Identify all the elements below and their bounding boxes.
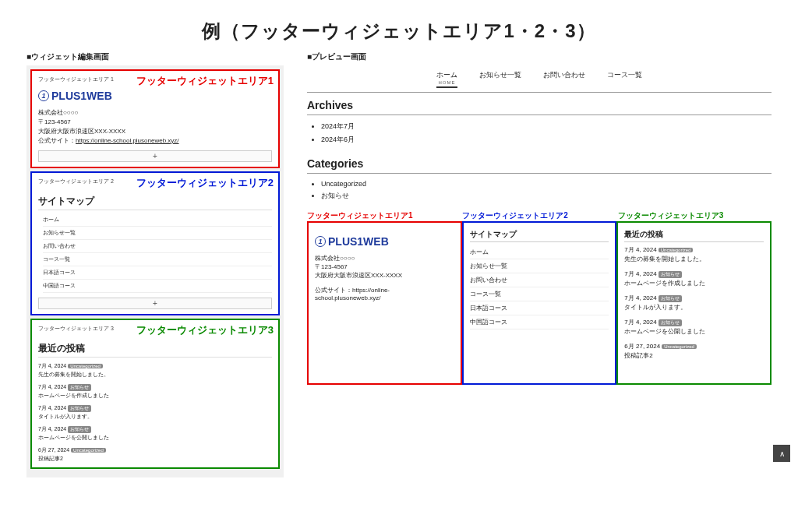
- list-item[interactable]: 7月 4, 2024お知らせホームページを作成しました: [38, 383, 272, 400]
- area3-label: フッターウィジェットエリア3: [136, 323, 274, 337]
- footer-area-2: サイトマップ ホーム お知らせ一覧 お問い合わせ コース一覧 日本語コース 中国…: [462, 221, 617, 385]
- archives-heading: Archives: [307, 99, 772, 115]
- list-item[interactable]: 7月 4, 2024お知らせタイトルが入ります。: [38, 404, 272, 421]
- list-item[interactable]: お知らせ一覧: [470, 259, 609, 273]
- list-item[interactable]: お問い合わせ: [470, 273, 609, 287]
- list-item[interactable]: 7月 4, 2024Uncategorized先生の募集を開始しました。: [38, 362, 272, 379]
- site-link[interactable]: https://online-school.plusoneweb.xyz/: [76, 137, 179, 144]
- preview-panel: ホームHOME お知らせ一覧 お問い合わせ コース一覧 Archives 202…: [307, 65, 772, 385]
- list-item[interactable]: 6月 27, 2024Uncategorized投稿記事2: [38, 446, 272, 463]
- list-item[interactable]: 6月 27, 2024Uncategorized投稿記事2: [624, 342, 764, 360]
- nav: ホームHOME お知らせ一覧 お問い合わせ コース一覧: [307, 65, 772, 90]
- list-item[interactable]: お問い合わせ: [43, 240, 272, 253]
- area1-label: フッターウィジェットエリア1: [136, 74, 274, 88]
- editor-panel: フッターウィジェットエリア 1 フッターウィジェットエリア1 1PLUS1WEB…: [26, 65, 284, 477]
- footer-row: 1PLUS1WEB 株式会社○○○○ 〒123-4567 大阪府大阪市浪速区XX…: [307, 221, 772, 385]
- footer-area-3: 最近の投稿 7月 4, 2024Uncategorized先生の募集を開始しまし…: [616, 221, 772, 385]
- nav-contact[interactable]: お問い合わせ: [543, 70, 585, 88]
- list-item[interactable]: 日本語コース: [43, 266, 272, 280]
- categories-list: Uncategorized お知らせ: [307, 174, 772, 210]
- widget-area-3: フッターウィジェットエリア 3 フッターウィジェットエリア3 最近の投稿 7月 …: [31, 319, 279, 468]
- list-item[interactable]: ホーム: [43, 213, 272, 227]
- left-section-label: ■ウィジェット編集画面: [26, 51, 284, 62]
- page-title: 例（フッターウィジェットエリア1・2・3）: [0, 0, 798, 51]
- list-item[interactable]: 2024年6月: [321, 135, 772, 145]
- add-block-button[interactable]: +: [38, 150, 272, 162]
- recent-posts: 7月 4, 2024Uncategorized先生の募集を開始しました。 7月 …: [38, 362, 272, 463]
- list-item[interactable]: 2024年7月: [321, 122, 772, 132]
- list-item[interactable]: 7月 4, 2024お知らせホームページを公開しました: [624, 318, 764, 336]
- list-item[interactable]: 中国語コース: [43, 280, 272, 293]
- footer-area-1: 1PLUS1WEB 株式会社○○○○ 〒123-4567 大阪府大阪市浪速区XX…: [307, 221, 462, 385]
- list-item[interactable]: コース一覧: [470, 287, 609, 301]
- list-item[interactable]: お知らせ一覧: [43, 227, 272, 240]
- widget-area-1: フッターウィジェットエリア 1 フッターウィジェットエリア1 1PLUS1WEB…: [31, 70, 279, 167]
- nav-news[interactable]: お知らせ一覧: [479, 70, 521, 88]
- archives-list: 2024年7月 2024年6月: [307, 115, 772, 154]
- sitemap-title: サイトマップ: [38, 193, 272, 210]
- list-item[interactable]: 7月 4, 2024お知らせホームページを公開しました: [38, 425, 272, 442]
- company-info: 株式会社○○○○ 〒123-4567 大阪府大阪市浪速区XXX-XXXX 公式サ…: [38, 108, 272, 146]
- list-item[interactable]: コース一覧: [43, 253, 272, 266]
- add-block-button[interactable]: +: [38, 298, 272, 309]
- logo-icon: 1: [315, 236, 326, 247]
- list-item[interactable]: Uncategorized: [321, 180, 772, 188]
- scroll-top-button[interactable]: ∧: [773, 445, 790, 462]
- footer-labels: フッターウィジェットエリア1 フッターウィジェットエリア2 フッターウィジェット…: [307, 210, 772, 221]
- nav-home[interactable]: ホームHOME: [436, 70, 457, 88]
- list-item[interactable]: 日本語コース: [470, 301, 609, 315]
- recent-posts-title: 最近の投稿: [38, 340, 272, 358]
- right-section-label: ■プレビュー画面: [307, 51, 772, 62]
- list-item[interactable]: お知らせ: [321, 191, 772, 201]
- area2-label: フッターウィジェットエリア2: [136, 176, 274, 190]
- list-item[interactable]: 中国語コース: [470, 315, 609, 329]
- nav-courses[interactable]: コース一覧: [607, 70, 642, 88]
- logo-icon: 1: [38, 90, 49, 101]
- list-item[interactable]: 7月 4, 2024お知らせタイトルが入ります。: [624, 294, 764, 312]
- plus1web-logo: 1PLUS1WEB: [315, 235, 454, 248]
- list-item[interactable]: 7月 4, 2024Uncategorized先生の募集を開始しました。: [624, 245, 764, 263]
- list-item[interactable]: ホーム: [470, 245, 609, 259]
- sitemap-list: ホーム お知らせ一覧 お問い合わせ コース一覧 日本語コース 中国語コース: [38, 210, 272, 293]
- plus1web-logo: 1PLUS1WEB: [38, 90, 272, 102]
- list-item[interactable]: 7月 4, 2024お知らせホームページを作成しました: [624, 270, 764, 287]
- widget-area-2: フッターウィジェットエリア 2 フッターウィジェットエリア2 サイトマップ ホー…: [31, 172, 279, 315]
- categories-heading: Categories: [307, 157, 772, 174]
